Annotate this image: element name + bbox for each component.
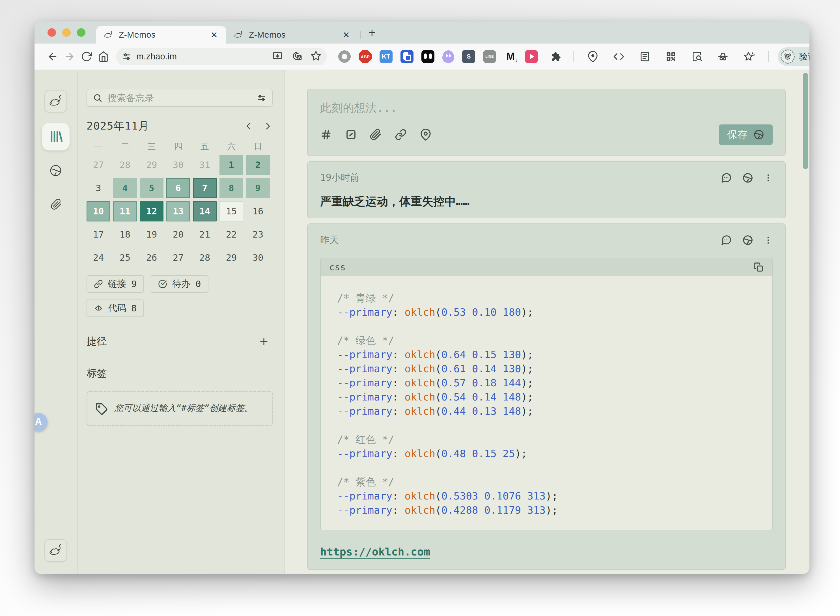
calendar-day-cell[interactable]: 23 (246, 224, 270, 245)
sidebar-item-explore-globe[interactable] (42, 157, 70, 185)
bottom-mouse-button[interactable] (44, 539, 67, 562)
location-pin-icon[interactable] (584, 48, 601, 65)
tab-close-icon[interactable]: ✕ (342, 30, 351, 40)
translate-icon[interactable]: G文 (291, 51, 302, 63)
checkbox-slash-icon[interactable] (345, 129, 357, 141)
calendar-day-cell[interactable]: 31 (193, 155, 217, 175)
calendar-day-cell[interactable]: 2 (246, 155, 270, 175)
tab-z-memos-active[interactable]: Z-Memos ✕ (96, 26, 226, 44)
calendar-day-cell[interactable]: 30 (246, 248, 270, 268)
video-extension-icon[interactable] (525, 50, 538, 63)
calendar-day-cell[interactable]: 16 (246, 201, 270, 221)
search-filter-icon[interactable] (257, 93, 267, 103)
tab-close-icon[interactable]: ✕ (209, 30, 219, 40)
password-lock-icon[interactable] (400, 50, 413, 63)
code-brackets-icon[interactable] (610, 48, 627, 65)
s-extension-icon[interactable]: S (462, 50, 475, 63)
back-button[interactable] (44, 48, 61, 65)
home-button[interactable] (95, 48, 112, 65)
calendar-day-cell[interactable]: 13 (166, 201, 190, 221)
markdown-download-icon[interactable]: M (504, 50, 517, 63)
ghostery-icon[interactable] (442, 50, 454, 63)
calendar-day-cell[interactable]: 21 (193, 224, 217, 245)
forward-button[interactable] (61, 48, 78, 65)
paperclip-icon[interactable] (370, 129, 382, 141)
calendar-day-cell[interactable]: 28 (193, 248, 217, 268)
install-app-icon[interactable] (272, 51, 283, 63)
location-pin-icon[interactable] (420, 129, 432, 141)
memo-timestamp[interactable]: 19小时前 (320, 172, 359, 184)
calendar-day-cell[interactable]: 12 (140, 201, 163, 221)
comment-icon[interactable] (721, 235, 732, 246)
sidebar-item-attachments[interactable] (42, 191, 70, 219)
calendar-day-cell[interactable]: 1 (220, 155, 243, 175)
calendar-day-cell[interactable]: 20 (166, 224, 190, 245)
more-actions-icon[interactable] (764, 236, 773, 245)
calendar-day-cell[interactable]: 27 (166, 248, 190, 268)
calendar-day-cell[interactable]: 6 (166, 178, 190, 198)
minimize-window-button[interactable] (62, 28, 71, 37)
url-text[interactable]: m.zhao.im (136, 51, 272, 62)
memo-timestamp[interactable]: 昨天 (320, 234, 339, 246)
sidebar-item-library[interactable] (42, 123, 70, 151)
page-search-icon[interactable] (688, 48, 705, 65)
calendar-day-cell[interactable]: 26 (140, 248, 163, 268)
memo-link[interactable]: https://oklch.com (320, 546, 430, 558)
comment-icon[interactable] (721, 172, 732, 183)
calendar-day-cell[interactable]: 7 (193, 178, 217, 198)
close-window-button[interactable] (47, 28, 56, 37)
calendar-day-cell[interactable]: 27 (86, 155, 110, 175)
calendar-day-cell[interactable]: 10 (86, 201, 110, 221)
profile-chip[interactable]: 验证身份 (778, 47, 809, 66)
calendar-prev-icon[interactable] (244, 121, 254, 131)
calendar-day-cell[interactable]: 11 (113, 201, 137, 221)
save-button[interactable]: 保存 (719, 125, 773, 145)
calendar-day-cell[interactable]: 29 (220, 248, 243, 268)
memo-composer[interactable]: 此刻的想法... 保存 (307, 89, 786, 156)
calendar-day-cell[interactable]: 5 (140, 178, 163, 198)
kt-extension-icon[interactable]: KT (380, 50, 393, 63)
composer-placeholder[interactable]: 此刻的想法... (320, 100, 773, 116)
calendar-day-cell[interactable]: 18 (113, 224, 137, 245)
more-actions-icon[interactable] (764, 173, 773, 182)
site-settings-icon[interactable] (122, 51, 132, 62)
scrollbar-thumb[interactable] (803, 73, 808, 169)
calendar-day-cell[interactable]: 14 (193, 201, 217, 221)
calendar-day-cell[interactable]: 4 (113, 178, 137, 198)
calendar-day-cell[interactable]: 19 (140, 224, 163, 245)
calendar-day-cell[interactable]: 24 (86, 248, 110, 268)
adblock-plus-icon[interactable]: ABP (359, 50, 372, 63)
hashtag-icon[interactable] (320, 129, 332, 141)
sparkle-star-icon[interactable] (740, 48, 757, 65)
search-box[interactable] (86, 89, 273, 107)
calendar-day-cell[interactable]: 22 (220, 224, 243, 245)
link-icon[interactable] (395, 129, 407, 141)
eyes-extension-icon[interactable] (421, 50, 434, 63)
ring-extension-icon[interactable] (338, 50, 351, 63)
new-tab-button[interactable]: + (365, 24, 380, 41)
reading-list-icon[interactable] (636, 48, 653, 65)
calendar-day-cell[interactable]: 30 (166, 155, 190, 175)
calendar-day-cell[interactable]: 25 (113, 248, 137, 268)
visibility-globe-icon[interactable] (742, 172, 754, 183)
calendar-day-cell[interactable]: 15 (220, 201, 243, 221)
calendar-day-cell[interactable]: 8 (220, 178, 243, 198)
calendar-day-cell[interactable]: 9 (246, 178, 270, 198)
bookmark-star-icon[interactable] (311, 51, 321, 63)
copy-icon[interactable] (754, 262, 764, 272)
address-bar[interactable]: m.zhao.im G文 (116, 48, 327, 65)
zoom-window-button[interactable] (77, 28, 85, 37)
search-input[interactable] (107, 92, 252, 104)
calendar-day-cell[interactable]: 17 (86, 224, 110, 245)
calendar-day-cell[interactable]: 28 (113, 155, 137, 175)
extensions-puzzle-icon[interactable] (549, 50, 562, 63)
qr-code-icon[interactable] (663, 48, 679, 65)
app-logo-mouse[interactable] (44, 90, 67, 113)
reload-button[interactable] (78, 48, 95, 65)
stat-code-chip[interactable]: 代码8 (86, 299, 144, 317)
calendar-day-cell[interactable]: 29 (140, 155, 163, 175)
add-shortcut-icon[interactable] (258, 336, 269, 347)
calendar-next-icon[interactable] (263, 121, 273, 131)
incognito-icon[interactable] (714, 48, 732, 65)
stat-links-chip[interactable]: 链接9 (86, 275, 144, 293)
